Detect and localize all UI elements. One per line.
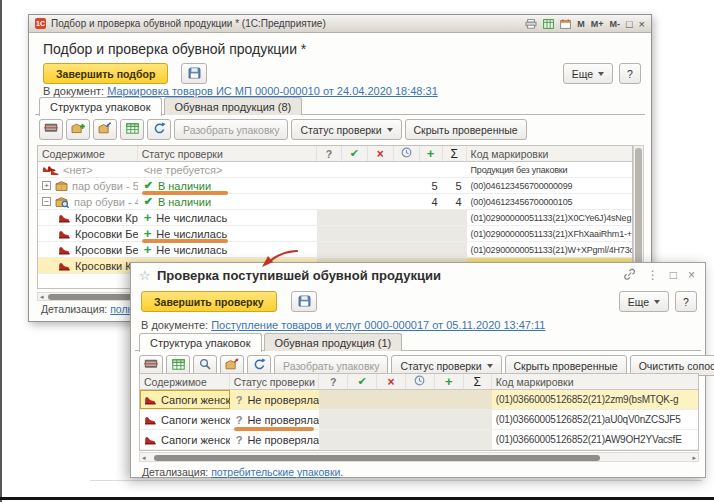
status-filter-button[interactable]: Статус проверки	[291, 119, 401, 140]
goods-table-button[interactable]	[120, 119, 144, 140]
hide-checked-button[interactable]: Скрыть проверенные	[405, 119, 527, 140]
document-link[interactable]: Поступление товаров и услуг 0000-000017 …	[211, 319, 545, 331]
table-row[interactable]: <нет><не требуется>Продукция без упаковк…	[38, 162, 632, 178]
scroll-left-icon[interactable]: ◂	[142, 454, 146, 462]
save-button[interactable]	[181, 63, 207, 84]
m-button[interactable]: M	[577, 19, 585, 29]
tab-footwear-products[interactable]: Обувная продукция (1)	[264, 333, 403, 351]
column-header-code[interactable]: Код маркировки	[492, 374, 698, 389]
table-row[interactable]: Сапоги женские?Не проверялась(01)0366000…	[140, 410, 698, 430]
document-reference: В документ: Маркировка товаров ИС МП 000…	[43, 85, 438, 97]
question-icon: ?	[236, 394, 243, 406]
m--button[interactable]: M-	[609, 19, 620, 29]
column-header-ok[interactable]: ✔	[342, 146, 368, 161]
content-cell: Кросовки Кра...	[38, 210, 138, 225]
load-box-button[interactable]	[93, 119, 117, 140]
add-box-icon	[71, 122, 85, 137]
column-header-status[interactable]: Статус проверки	[138, 146, 317, 161]
tab-packing-structure[interactable]: Структура упаковок	[139, 333, 262, 352]
sum-cell: 5	[443, 178, 467, 193]
save-button[interactable]	[291, 291, 317, 312]
refresh-button[interactable]	[147, 119, 171, 140]
table-header: СодержимоеСтатус проверки?✔×+ΣКод маркир…	[38, 146, 632, 162]
calendar-icon[interactable]	[560, 19, 571, 29]
column-header-ok[interactable]: ✔	[348, 374, 377, 389]
column-header-clock[interactable]	[394, 146, 420, 161]
item-name: Кросовки Бел...	[75, 244, 138, 256]
sum-cell	[443, 242, 467, 257]
finish-selection-button[interactable]: Завершить подбор	[43, 63, 168, 84]
clock-cell	[406, 430, 435, 449]
column-header-content[interactable]: Содержимое	[38, 146, 138, 161]
detail-link[interactable]: потребительские упаковки	[211, 466, 340, 478]
app-1c-icon: 1С	[35, 18, 46, 29]
scroll-left-icon[interactable]: ◂	[40, 293, 44, 301]
horizontal-scrollbar[interactable]: ◂ ▸	[139, 452, 699, 462]
status-cell: +Не числилась	[138, 210, 317, 225]
help-button[interactable]: ?	[675, 291, 697, 312]
menu-icon[interactable]: ⋮	[647, 269, 659, 281]
add-box-button[interactable]	[66, 119, 90, 140]
column-header-clock[interactable]	[406, 374, 435, 389]
session-icon[interactable]	[543, 19, 554, 29]
table-row[interactable]: Сапоги женские?Не проверялась(01)0366000…	[140, 390, 698, 410]
barcode-scanner-button[interactable]	[39, 119, 63, 140]
table-row[interactable]: Сапоги женские?Не проверялась(01)0366000…	[140, 430, 698, 450]
column-header-fail[interactable]: ×	[377, 374, 406, 389]
m+-button[interactable]: M+	[591, 19, 604, 29]
document-link[interactable]: Маркировка товаров ИС МП 0000-000010 от …	[107, 85, 438, 97]
status-text: В наличии	[158, 180, 211, 192]
status-text: Не числилась	[156, 212, 227, 224]
table-row[interactable]: +пар обуви - 5✔В наличии55(00)0461234567…	[38, 178, 632, 194]
column-header-status[interactable]: Статус проверки	[230, 374, 320, 389]
clock-cell	[394, 226, 420, 241]
column-header-q[interactable]: ?	[317, 146, 342, 161]
more-button[interactable]: Еще	[563, 63, 613, 84]
chevron-down-icon	[387, 128, 393, 132]
table-row[interactable]: Кросовки Кра...+Не числилась(01)02900000…	[38, 210, 632, 226]
column-header-plus[interactable]: +	[420, 146, 443, 161]
favorite-star-icon[interactable]: ☆	[139, 268, 151, 283]
marking-code-cell: Продукция без упаковки	[467, 162, 632, 177]
q-cell	[317, 210, 342, 225]
tab-footwear-products[interactable]: Обувная продукция (8)	[164, 97, 303, 115]
close-button[interactable]: ×	[688, 269, 695, 281]
column-header-plus[interactable]: +	[435, 374, 464, 389]
tab-packing-structure[interactable]: Структура упаковок	[39, 97, 162, 116]
scrollbar-thumb[interactable]	[154, 455, 600, 461]
plus-cell	[420, 210, 443, 225]
chevron-down-icon	[487, 364, 493, 368]
detail-label: Детализация:	[142, 466, 208, 478]
status-text: В наличии	[158, 196, 211, 208]
ok-cell	[342, 162, 368, 177]
marking-code-cell: (00)046123456700000105	[467, 194, 632, 209]
detail-label: Детализация:	[41, 303, 107, 315]
table-row[interactable]: Кросовки Бел...+Не числилась(01)02900000…	[38, 242, 632, 258]
titlebar[interactable]: 1С Подбор и проверка обувной продукции *…	[29, 15, 651, 33]
link-icon[interactable]	[623, 268, 636, 282]
column-header-code[interactable]: Код маркировки	[467, 146, 632, 161]
close-button[interactable]: ×	[639, 18, 645, 30]
scrollbar-thumb[interactable]	[635, 148, 642, 270]
column-header-q[interactable]: ?	[319, 374, 348, 389]
column-header-sum[interactable]: Σ	[443, 146, 467, 161]
table-row[interactable]: Кросовки Бел...+Не числилась(01)02900000…	[38, 226, 632, 242]
maximize-button[interactable]: □	[670, 269, 677, 281]
print-icon[interactable]	[525, 19, 537, 29]
column-header-sum[interactable]: Σ	[464, 374, 492, 389]
page-border-left	[0, 0, 2, 502]
column-header-content[interactable]: Содержимое	[140, 374, 230, 389]
more-button[interactable]: Еще	[619, 291, 669, 312]
column-header-fail[interactable]: ×	[368, 146, 394, 161]
clock-icon	[401, 147, 412, 160]
plus-cell	[435, 430, 464, 449]
maximize-button[interactable]: □	[626, 18, 633, 30]
expander-icon[interactable]: +	[42, 181, 51, 190]
table-row[interactable]: −пар обуви - 4✔В наличии44(00)0461234567…	[38, 194, 632, 210]
ok-cell	[342, 178, 368, 193]
scroll-right-icon[interactable]: ▸	[692, 454, 696, 462]
unpack-button[interactable]: Разобрать упаковку	[174, 119, 288, 140]
finish-check-button[interactable]: Завершить проверку	[141, 291, 277, 312]
help-button[interactable]: ?	[619, 63, 641, 84]
expander-icon[interactable]: −	[42, 197, 51, 206]
